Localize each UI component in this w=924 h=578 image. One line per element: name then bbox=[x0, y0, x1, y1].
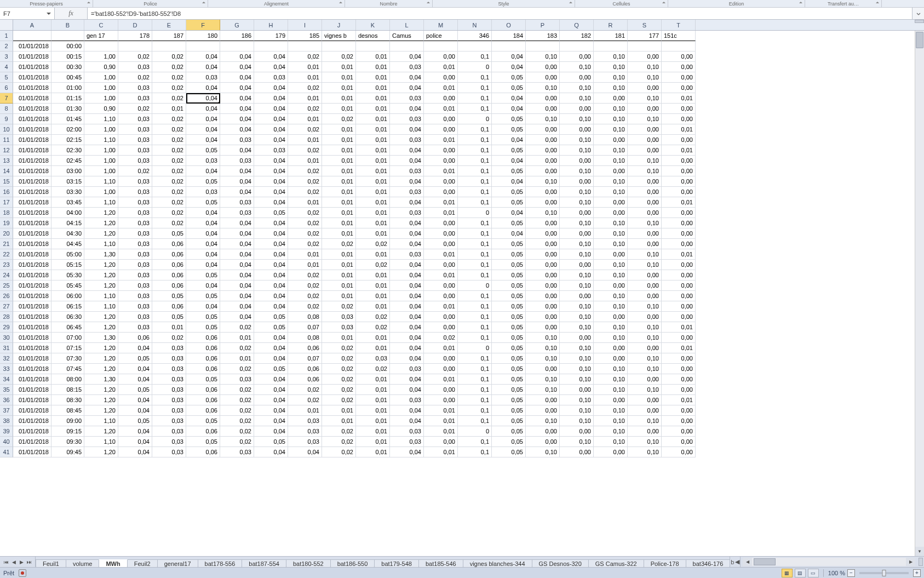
sheet-tab-bat346-176[interactable]: bat346-176 bbox=[686, 559, 730, 567]
cell-D29[interactable]: 0,03 bbox=[118, 322, 152, 333]
cell-D35[interactable]: 0,05 bbox=[118, 385, 152, 395]
cell-T24[interactable]: 0,00 bbox=[662, 270, 696, 281]
cell-F38[interactable]: 0,05 bbox=[186, 416, 220, 426]
cell-P29[interactable]: 0,00 bbox=[526, 322, 560, 333]
cell-A11[interactable]: 01/01/2018 bbox=[13, 135, 51, 145]
cell-T14[interactable]: 0,00 bbox=[662, 166, 696, 176]
cell-L25[interactable]: 0,04 bbox=[390, 281, 424, 291]
cell-H15[interactable]: 0,04 bbox=[254, 176, 288, 187]
cell-Q35[interactable]: 0,00 bbox=[560, 385, 594, 395]
cell-F13[interactable]: 0,03 bbox=[186, 156, 220, 166]
cell-F7[interactable]: 0,04 bbox=[186, 93, 220, 104]
cell-M32[interactable]: 0,00 bbox=[424, 353, 458, 364]
cell-A14[interactable]: 01/01/2018 bbox=[13, 166, 51, 176]
cell-C28[interactable]: 1,20 bbox=[84, 312, 118, 322]
cell-S2[interactable] bbox=[628, 41, 662, 51]
cell-D10[interactable]: 0,03 bbox=[118, 124, 152, 135]
zoom-slider-handle[interactable] bbox=[882, 570, 886, 576]
cell-I34[interactable]: 0,06 bbox=[288, 374, 322, 385]
cell-G23[interactable]: 0,04 bbox=[220, 260, 254, 270]
cell-H13[interactable]: 0,04 bbox=[254, 156, 288, 166]
cell-R25[interactable]: 0,00 bbox=[594, 281, 628, 291]
cell-G26[interactable]: 0,04 bbox=[220, 291, 254, 301]
cell-E27[interactable]: 0,06 bbox=[152, 301, 186, 312]
cell-I22[interactable]: 0,01 bbox=[288, 249, 322, 260]
cell-O5[interactable]: 0,05 bbox=[492, 72, 526, 83]
cell-H31[interactable]: 0,04 bbox=[254, 343, 288, 353]
cell-T33[interactable]: 0,00 bbox=[662, 364, 696, 374]
cell-M24[interactable]: 0,01 bbox=[424, 270, 458, 281]
cell-S31[interactable]: 0,00 bbox=[628, 343, 662, 353]
cell-R27[interactable]: 0,10 bbox=[594, 301, 628, 312]
cell-G1[interactable]: 186 bbox=[220, 31, 254, 41]
cell-I16[interactable]: 0,02 bbox=[288, 187, 322, 197]
cell-S6[interactable]: 0,00 bbox=[628, 83, 662, 93]
cell-E29[interactable]: 0,01 bbox=[152, 322, 186, 333]
cell-C5[interactable]: 1,00 bbox=[84, 72, 118, 83]
cell-B6[interactable]: 01:00 bbox=[51, 83, 84, 93]
cell-B5[interactable]: 00:45 bbox=[51, 72, 84, 83]
cell-F21[interactable]: 0,04 bbox=[186, 239, 220, 249]
cell-S38[interactable]: 0,10 bbox=[628, 416, 662, 426]
cell-I9[interactable]: 0,01 bbox=[288, 114, 322, 124]
cell-H14[interactable]: 0,04 bbox=[254, 166, 288, 176]
cell-R30[interactable]: 0,10 bbox=[594, 333, 628, 343]
cell-N12[interactable]: 0,1 bbox=[458, 145, 492, 156]
cell-D20[interactable]: 0,03 bbox=[118, 228, 152, 239]
cell-G41[interactable]: 0,03 bbox=[220, 447, 254, 457]
cell-P37[interactable]: 0,00 bbox=[526, 405, 560, 416]
cell-J18[interactable]: 0,01 bbox=[322, 208, 356, 218]
cell-P19[interactable]: 0,00 bbox=[526, 218, 560, 228]
cell-D32[interactable]: 0,05 bbox=[118, 353, 152, 364]
cell-N27[interactable]: 0,1 bbox=[458, 301, 492, 312]
sheet-tab-police-178[interactable]: Police-178 bbox=[644, 559, 686, 567]
cell-H12[interactable]: 0,03 bbox=[254, 145, 288, 156]
cell-P25[interactable]: 0,00 bbox=[526, 281, 560, 291]
cell-O17[interactable]: 0,05 bbox=[492, 197, 526, 208]
cell-P12[interactable]: 0,00 bbox=[526, 145, 560, 156]
cell-P27[interactable]: 0,00 bbox=[526, 301, 560, 312]
cell-Q16[interactable]: 0,10 bbox=[560, 187, 594, 197]
cell-Q34[interactable]: 0,10 bbox=[560, 374, 594, 385]
cell-Q24[interactable]: 0,10 bbox=[560, 270, 594, 281]
cell-C4[interactable]: 0,90 bbox=[84, 62, 118, 72]
cell-M35[interactable]: 0,00 bbox=[424, 385, 458, 395]
cell-P24[interactable]: 0,00 bbox=[526, 270, 560, 281]
cell-B20[interactable]: 04:30 bbox=[51, 228, 84, 239]
column-header-C[interactable]: C bbox=[84, 20, 118, 30]
cell-F28[interactable]: 0,05 bbox=[186, 312, 220, 322]
cell-L37[interactable]: 0,04 bbox=[390, 405, 424, 416]
ribbon-group-style[interactable]: Style bbox=[433, 0, 575, 7]
cell-T6[interactable]: 0,00 bbox=[662, 83, 696, 93]
cell-C30[interactable]: 1,30 bbox=[84, 333, 118, 343]
cell-K21[interactable]: 0,02 bbox=[356, 239, 390, 249]
row-header-36[interactable]: 36 bbox=[0, 395, 13, 405]
row-header-41[interactable]: 41 bbox=[0, 447, 13, 457]
zoom-out-button[interactable]: − bbox=[847, 569, 855, 577]
cell-N30[interactable]: 0,1 bbox=[458, 333, 492, 343]
cell-F9[interactable]: 0,04 bbox=[186, 114, 220, 124]
cell-R18[interactable]: 0,00 bbox=[594, 208, 628, 218]
cell-T30[interactable]: 0,00 bbox=[662, 333, 696, 343]
cell-J29[interactable]: 0,03 bbox=[322, 322, 356, 333]
cell-D41[interactable]: 0,04 bbox=[118, 447, 152, 457]
sheet-tab-bat179-548[interactable]: bat179-548 bbox=[374, 559, 419, 567]
cell-D16[interactable]: 0,03 bbox=[118, 187, 152, 197]
cell-M29[interactable]: 0,00 bbox=[424, 322, 458, 333]
cell-C24[interactable]: 1,20 bbox=[84, 270, 118, 281]
cell-D21[interactable]: 0,03 bbox=[118, 239, 152, 249]
cell-F15[interactable]: 0,05 bbox=[186, 176, 220, 187]
cell-H38[interactable]: 0,04 bbox=[254, 416, 288, 426]
cell-G28[interactable]: 0,04 bbox=[220, 312, 254, 322]
row-header-20[interactable]: 20 bbox=[0, 228, 13, 239]
cell-F2[interactable] bbox=[186, 41, 220, 51]
column-header-I[interactable]: I bbox=[288, 20, 322, 30]
cell-N24[interactable]: 0,1 bbox=[458, 270, 492, 281]
row-header-4[interactable]: 4 bbox=[0, 62, 13, 72]
cell-R17[interactable]: 0,00 bbox=[594, 197, 628, 208]
cell-E25[interactable]: 0,06 bbox=[152, 281, 186, 291]
cell-H27[interactable]: 0,04 bbox=[254, 301, 288, 312]
cell-M5[interactable]: 0,00 bbox=[424, 72, 458, 83]
cell-N33[interactable]: 0,1 bbox=[458, 364, 492, 374]
cell-R14[interactable]: 0,00 bbox=[594, 166, 628, 176]
